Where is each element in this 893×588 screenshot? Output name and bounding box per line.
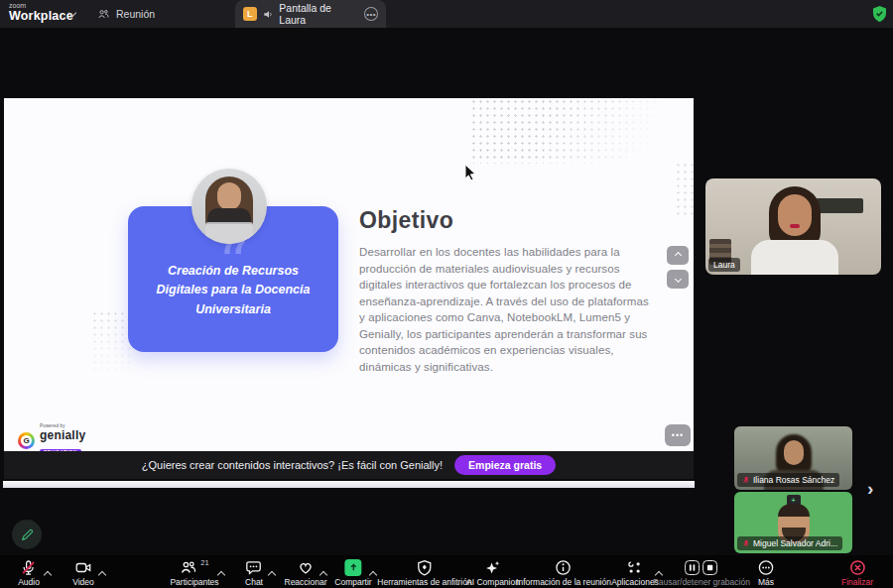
photo-face [217,182,241,210]
people-icon [180,559,196,576]
muted-mic-icon [21,558,38,576]
muted-mic-icon [742,476,750,484]
tab-screen-share[interactable]: L Pantalla de Laura ••• [235,0,386,28]
tab-meeting-label: Reunión [116,8,155,20]
chat-label: Chat [245,577,263,587]
next-participants-chevron[interactable]: › [867,478,873,500]
avatar: L [243,7,257,21]
more-label: Más [758,577,774,587]
speaker-icon [263,9,274,20]
share-options-chevron[interactable] [370,564,376,582]
video-tile-laura[interactable]: Laura [705,178,881,275]
heart-icon [298,558,315,576]
letter-board [816,198,863,213]
close-icon [849,558,866,576]
share-screen-icon [345,559,362,576]
tab-meeting[interactable]: Reunión [97,0,155,28]
slide-heading: Objetivo [359,207,453,234]
stop-recording-icon[interactable] [702,560,717,575]
tab-share-label: Pantalla de Laura [279,2,358,26]
slide-paragraph: Desarrollar en los docentes las habilida… [359,244,649,375]
security-shield-icon[interactable] [871,5,888,27]
annotate-pencil-button[interactable] [12,520,42,549]
start-free-button[interactable]: Empieza gratis [454,455,556,475]
presenter-photo [191,169,267,244]
more-button[interactable]: Más [758,558,775,587]
name-tag: Laura [708,258,740,272]
audio-label: Audio [18,577,40,587]
participant-name: Laura [713,260,735,270]
video-tile-iliana[interactable]: Iliana Rosas Sánchez [734,426,852,490]
participant-hair [778,504,810,517]
ai-companion-label: AI Companion [466,577,520,587]
ai-companion-button[interactable]: AI Companion [466,558,520,587]
participant-name: Iliana Rosas Sánchez [753,475,834,485]
zoom-meeting-window: zoom Workplace Reunión L Pantalla de Lau… [0,0,893,588]
host-tools-label: Herramientas de anfitrión [377,577,471,587]
participant-face [778,194,812,236]
end-meeting-button[interactable]: Finalizar [841,558,873,587]
chat-bubble-icon [246,558,263,576]
name-tag: Iliana Rosas Sánchez [737,473,839,487]
slide-more-button[interactable]: ••• [665,424,691,446]
people-icon [97,8,110,21]
chat-button[interactable]: Chat [245,558,263,587]
tab-options-icon[interactable]: ••• [364,7,378,21]
ellipsis-icon [758,558,775,576]
mouse-cursor [464,164,477,185]
course-title: Creación de Recursos Digitales para la D… [146,262,320,319]
genially-logo[interactable]: G Powered by genially EDUCATION [18,424,85,451]
zoom-workplace-brand: zoom Workplace [9,2,73,23]
end-meeting-label: Finalizar [841,577,873,587]
participants-count: 21 [200,558,208,567]
meeting-toolbar: Audio Video 21 Participantes Chat [0,555,893,588]
participants-label: Participantes [170,577,218,587]
video-label: Video [72,577,94,587]
title-bar: zoom Workplace Reunión L Pantalla de Lau… [0,0,893,28]
sparkle-icon [485,558,502,576]
halftone-pattern [470,98,694,164]
apps-label: Aplicaciones [611,577,659,587]
meeting-info-button[interactable]: Información de la reunión [516,558,611,587]
react-options-chevron[interactable] [320,564,326,582]
participant-lips [790,224,800,228]
halftone-pattern [675,162,694,219]
video-tile-miguel[interactable]: + Miguel Salvador Adri... [734,492,852,553]
participant-name: Miguel Salvador Adri... [753,538,837,548]
shield-icon [417,558,434,576]
camera-icon [74,558,92,576]
apps-button[interactable]: Aplicaciones [611,558,659,587]
meeting-info-label: Información de la reunión [516,577,611,587]
video-button[interactable]: Video [72,558,94,587]
brand-workplace: Workplace [9,10,73,23]
shared-screen: Creación de Recursos Digitales para la D… [4,98,694,451]
recording-label: Pausar/detener grabación [653,577,750,587]
share-window-scrollbar[interactable] [3,481,695,488]
genially-wordmark: genially [40,429,85,441]
slide-prev-button[interactable] [667,246,689,265]
muted-mic-icon [742,539,750,547]
banner-text: ¿Quieres crear contenidos interactivos? … [142,459,443,471]
genially-banner: ¿Quieres crear contenidos interactivos? … [4,451,694,479]
chat-options-chevron[interactable] [269,564,275,582]
participant-face [784,440,804,465]
audio-button[interactable]: Audio [18,558,40,587]
share-label: Compartir [334,577,371,587]
recording-controls[interactable]: Pausar/detener grabación [653,558,750,587]
pause-recording-icon[interactable] [685,560,700,575]
apps-icon [626,558,643,576]
name-tag: Miguel Salvador Adri... [737,536,842,550]
genially-g-icon: G [18,432,35,449]
video-options-chevron[interactable] [99,564,105,582]
audio-options-chevron[interactable] [45,564,51,582]
share-button[interactable]: Compartir [334,558,371,587]
participants-button[interactable]: 21 Participantes [170,558,218,587]
participants-options-chevron[interactable] [218,564,224,582]
info-icon [555,558,572,576]
participant-body [751,240,838,275]
host-tools-button[interactable]: Herramientas de anfitrión [377,558,471,587]
slide-next-button[interactable] [667,270,689,289]
